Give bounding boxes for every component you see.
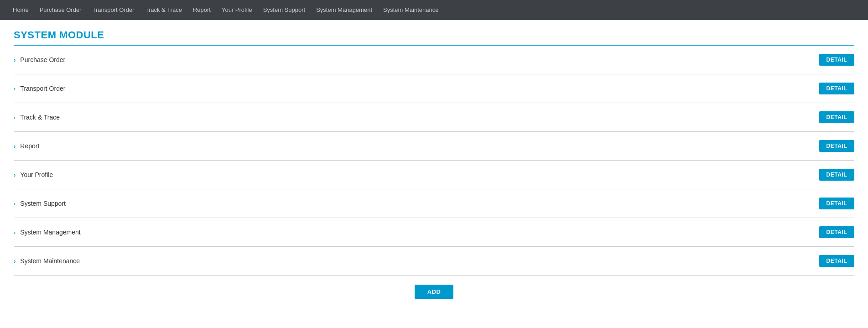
nav-item-track-trace[interactable]: Track & Trace — [140, 0, 187, 20]
chevron-icon-system-management: › — [14, 229, 16, 236]
chevron-icon-report: › — [14, 143, 16, 150]
module-name-system-support: System Support — [20, 200, 66, 207]
chevron-icon-track-trace: › — [14, 114, 16, 121]
navbar: HomePurchase OrderTransport OrderTrack &… — [0, 0, 868, 20]
module-row-system-maintenance: ›System MaintenanceDETAIL — [14, 247, 854, 276]
module-name-purchase-order: Purchase Order — [20, 56, 65, 63]
nav-item-your-profile[interactable]: Your Profile — [216, 0, 258, 20]
module-name-track-trace: Track & Trace — [20, 114, 60, 121]
nav-item-system-support[interactable]: System Support — [258, 0, 311, 20]
detail-button-your-profile[interactable]: DETAIL — [819, 169, 854, 181]
module-name-system-maintenance: System Maintenance — [20, 257, 80, 265]
module-row-left-track-trace: ›Track & Trace — [14, 114, 60, 121]
detail-button-track-trace[interactable]: DETAIL — [819, 111, 854, 123]
module-row-left-purchase-order: ›Purchase Order — [14, 56, 65, 63]
detail-button-system-management[interactable]: DETAIL — [819, 226, 854, 238]
page-title: SYSTEM MODULE — [14, 29, 854, 41]
nav-item-purchase-order[interactable]: Purchase Order — [34, 0, 87, 20]
detail-button-transport-order[interactable]: DETAIL — [819, 83, 854, 94]
module-row-left-transport-order: ›Transport Order — [14, 85, 65, 92]
module-row-report: ›ReportDETAIL — [14, 132, 854, 161]
nav-item-report[interactable]: Report — [187, 0, 216, 20]
add-section: ADD — [14, 285, 854, 299]
module-row-system-management: ›System ManagementDETAIL — [14, 218, 854, 247]
module-row-transport-order: ›Transport OrderDETAIL — [14, 74, 854, 103]
nav-item-home[interactable]: Home — [7, 0, 34, 20]
module-list: ›Purchase OrderDETAIL›Transport OrderDET… — [14, 46, 854, 276]
module-name-system-management: System Management — [20, 229, 80, 236]
nav-item-system-management[interactable]: System Management — [311, 0, 378, 20]
nav-item-system-maintenance[interactable]: System Maintenance — [378, 0, 444, 20]
module-name-your-profile: Your Profile — [20, 171, 53, 178]
module-row-system-support: ›System SupportDETAIL — [14, 189, 854, 218]
module-row-track-trace: ›Track & TraceDETAIL — [14, 103, 854, 132]
chevron-icon-system-support: › — [14, 200, 16, 207]
module-row-left-your-profile: ›Your Profile — [14, 171, 53, 178]
module-row-left-system-support: ›System Support — [14, 200, 66, 207]
main-content: SYSTEM MODULE ›Purchase OrderDETAIL›Tran… — [0, 20, 868, 308]
detail-button-system-support[interactable]: DETAIL — [819, 198, 854, 209]
chevron-icon-your-profile: › — [14, 172, 16, 178]
chevron-icon-system-maintenance: › — [14, 258, 16, 265]
module-row-your-profile: ›Your ProfileDETAIL — [14, 161, 854, 189]
module-row-left-system-management: ›System Management — [14, 229, 81, 236]
module-name-transport-order: Transport Order — [20, 85, 65, 92]
module-row-left-report: ›Report — [14, 142, 39, 150]
detail-button-purchase-order[interactable]: DETAIL — [819, 54, 854, 66]
chevron-icon-purchase-order: › — [14, 57, 16, 63]
detail-button-report[interactable]: DETAIL — [819, 140, 854, 152]
module-name-report: Report — [20, 142, 39, 150]
module-row-left-system-maintenance: ›System Maintenance — [14, 257, 80, 265]
module-row-purchase-order: ›Purchase OrderDETAIL — [14, 46, 854, 74]
detail-button-system-maintenance[interactable]: DETAIL — [819, 255, 854, 267]
nav-item-transport-order[interactable]: Transport Order — [87, 0, 140, 20]
chevron-icon-transport-order: › — [14, 85, 16, 92]
add-button[interactable]: ADD — [415, 285, 454, 299]
